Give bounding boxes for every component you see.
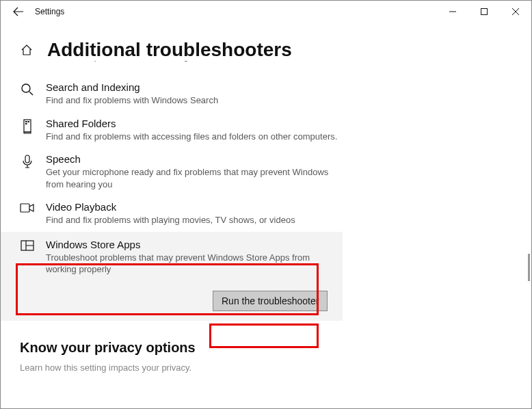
privacy-desc: Learn how this setting impacts your priv… [20, 362, 531, 373]
store-apps-icon [20, 240, 35, 255]
item-title: Video Playback [46, 201, 295, 213]
minimize-icon [449, 8, 456, 15]
svg-rect-8 [21, 204, 29, 212]
item-title: Shared Folders [46, 118, 337, 129]
svg-rect-4 [28, 121, 30, 122]
item-desc: Get your microphone ready and fix proble… [46, 166, 343, 190]
item-desc: Troubleshoot problems that may prevent W… [46, 252, 343, 276]
minimize-button[interactable] [437, 1, 468, 23]
maximize-button[interactable] [468, 1, 500, 23]
titlebar: Settings [1, 1, 531, 23]
page-title: Additional troubleshooters [47, 39, 292, 61]
video-icon [20, 202, 35, 217]
cutoff-prev-item: Find and fix problems with recording sou… [1, 61, 531, 68]
privacy-heading: Know your privacy options [20, 340, 531, 356]
scrollbar-thumb[interactable] [528, 254, 530, 281]
home-button[interactable] [20, 44, 34, 56]
svg-rect-6 [24, 132, 31, 133]
svg-rect-7 [25, 155, 29, 163]
svg-rect-0 [481, 9, 488, 15]
window-title: Settings [35, 7, 64, 16]
item-title: Windows Store Apps [46, 239, 343, 250]
item-title: Speech [46, 153, 343, 165]
svg-rect-3 [25, 121, 27, 122]
privacy-section: Know your privacy options Learn how this… [1, 321, 531, 373]
arrow-left-icon [13, 6, 24, 17]
svg-rect-5 [25, 123, 27, 124]
page-header: Additional troubleshooters [1, 23, 531, 64]
shared-folders-icon [20, 119, 35, 134]
troubleshooter-windows-store-apps[interactable]: Windows Store Apps Troubleshoot problems… [1, 232, 343, 281]
item-desc: Find and fix problems with accessing fil… [46, 131, 337, 143]
svg-rect-2 [24, 120, 31, 132]
item-desc: Find and fix problems with Windows Searc… [46, 94, 218, 107]
selected-troubleshooter-panel: Windows Store Apps Troubleshoot problems… [1, 232, 343, 321]
close-button[interactable] [500, 1, 531, 23]
troubleshooter-speech[interactable]: Speech Get your microphone ready and fix… [1, 148, 343, 196]
back-button[interactable] [12, 6, 25, 17]
item-desc: Find and fix problems with playing movie… [46, 214, 295, 226]
run-troubleshooter-button[interactable]: Run the troubleshooter [213, 291, 328, 311]
item-title: Search and Indexing [46, 81, 218, 93]
svg-point-1 [22, 84, 30, 92]
troubleshooter-video-playback[interactable]: Video Playback Find and fix problems wit… [1, 196, 343, 232]
home-icon [21, 44, 33, 56]
microphone-icon [20, 155, 35, 170]
close-icon [512, 8, 519, 15]
troubleshooter-list: Search and Indexing Find and fix problem… [1, 68, 531, 321]
troubleshooter-shared-folders[interactable]: Shared Folders Find and fix problems wit… [1, 112, 343, 148]
maximize-icon [481, 8, 488, 15]
troubleshooter-search-indexing[interactable]: Search and Indexing Find and fix problem… [1, 76, 343, 112]
search-icon [20, 83, 35, 98]
